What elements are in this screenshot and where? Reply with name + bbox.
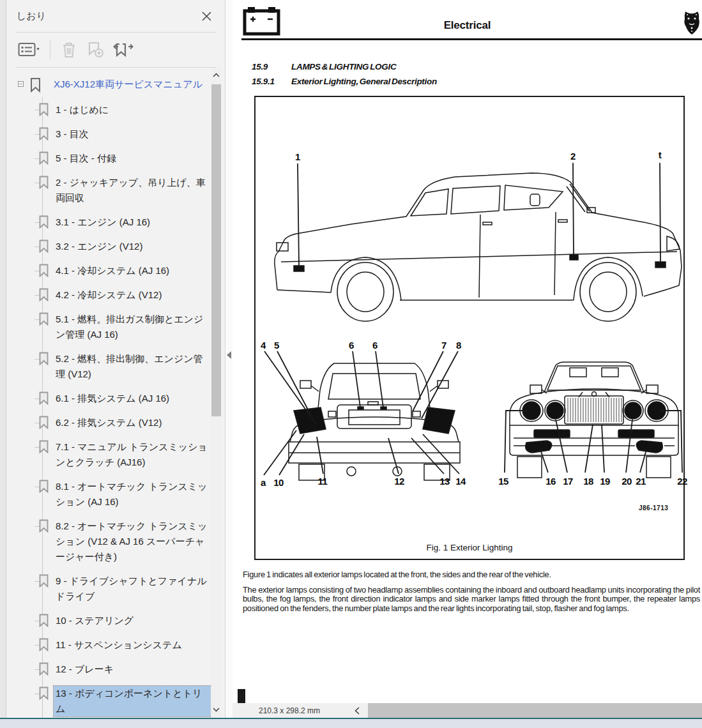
- bookmark-item[interactable]: 3 - 目次: [6, 122, 210, 146]
- bookmark-item[interactable]: 5 - 目次 - 付録: [6, 146, 210, 171]
- callout-label: 4: [261, 340, 266, 351]
- chevron-up-icon[interactable]: [211, 69, 222, 80]
- bookmark-icon: [38, 151, 49, 165]
- bookmark-item[interactable]: 6.1 - 排気システム (AJ 16): [6, 386, 210, 411]
- bookmark-item[interactable]: 2 - ジャッキアップ、吊り上げ、車両回収: [6, 171, 210, 210]
- bookmark-icon: [38, 215, 49, 229]
- bookmark-item-label: 5.2 - 燃料、排出制御、エンジン管理 (V12): [56, 351, 210, 382]
- subsection-title: Exterior Lighting, General Description: [291, 74, 437, 89]
- chevron-left-icon[interactable]: [346, 703, 368, 718]
- page-fragment-black-block: [238, 689, 245, 703]
- window-bottom-strip: [0, 718, 702, 728]
- bookmark-item-label: 5 - 目次 - 付録: [56, 151, 116, 166]
- bookmark-icon: [38, 127, 49, 140]
- panel-collapse-icon[interactable]: [226, 350, 233, 360]
- bookmark-icon: [38, 686, 49, 700]
- callout-label: 1: [295, 151, 300, 162]
- callout-label: 2: [570, 151, 576, 162]
- callout-label: 17: [563, 476, 573, 487]
- callout-label: 20: [622, 476, 632, 487]
- callout-label: 8: [456, 340, 461, 351]
- bookmark-item[interactable]: 10 - ステアリング: [6, 609, 210, 633]
- callout-label: 18: [583, 476, 593, 487]
- bookmark-item-label: 3 - 目次: [56, 126, 89, 142]
- collapse-expander-icon[interactable]: [18, 81, 24, 87]
- bookmark-item[interactable]: 3.2 - エンジン (V12): [6, 234, 210, 259]
- bookmarks-toolbar: [6, 33, 225, 67]
- bookmark-item-label: 5.1 - 燃料。排出ガス制御とエンジン管理 (AJ 16): [56, 312, 210, 342]
- add-bookmark-icon: [86, 41, 104, 59]
- bookmark-item[interactable]: 7.1 - マニュアル トランスミッションとクラッチ (AJ16): [6, 435, 210, 474]
- bookmark-item-label: 3.1 - エンジン (AJ 16): [56, 215, 150, 230]
- bookmark-root-label: XJ6-XJ12車両サービスマニュアル: [48, 77, 202, 92]
- bookmark-item-label: 8.2 - オートマチック トランスミッション (V12 & AJ 16 スーパ…: [56, 519, 210, 565]
- bookmarks-panel-title: しおり: [17, 10, 46, 22]
- front-view-drawing: [505, 362, 682, 478]
- bookmark-item-label: 13 - ボディコンポーネントとトリム: [54, 686, 211, 717]
- bookmark-icon: [38, 103, 49, 116]
- bookmark-item[interactable]: 13 - ボディコンポーネントとトリム: [6, 681, 210, 718]
- bookmark-item[interactable]: 8.2 - オートマチック トランスミッション (V12 & AJ 16 スーパ…: [6, 514, 210, 569]
- bookmark-item-label: 11 - サスペンションシステム: [56, 637, 182, 653]
- expand-bookmark-arrows-icon[interactable]: [113, 41, 134, 59]
- bookmark-icon: [38, 519, 49, 533]
- bookmark-list: XJ6-XJ12車両サービスマニュアル 1 - はじめに 3 - 目次 5 - …: [6, 72, 210, 718]
- callout-label: t: [659, 149, 662, 160]
- close-icon[interactable]: [199, 9, 213, 23]
- bookmark-item[interactable]: 5.2 - 燃料、排出制御、エンジン管理 (V12): [6, 347, 210, 386]
- bookmark-item[interactable]: 6.2 - 排気システム (V12): [6, 411, 210, 435]
- chevron-down-icon[interactable]: [211, 704, 222, 715]
- bookmark-item[interactable]: 12 - ブレーキ: [6, 657, 210, 681]
- callout-label: 22: [677, 476, 687, 487]
- callout-label: 13: [439, 476, 450, 487]
- bookmark-options-icon[interactable]: [18, 42, 40, 57]
- bookmark-item[interactable]: 11 - サスペンションシステム: [6, 633, 210, 657]
- bookmark-item-label: 8.1 - オートマチック トランスミッション (AJ 16): [56, 479, 210, 510]
- bookmark-item-label: 4.2 - 冷却システム (V12): [56, 287, 162, 303]
- sidebar-scrollbar[interactable]: [211, 68, 222, 718]
- statusbar: 210.3 x 298.2 mm: [233, 703, 702, 718]
- bookmark-icon: [38, 288, 49, 301]
- document-pane: Electrical 15.9: [233, 0, 702, 718]
- bookmark-item[interactable]: 5.1 - 燃料。排出ガス制御とエンジン管理 (AJ 16): [6, 307, 210, 347]
- bookmark-icon: [38, 480, 49, 493]
- page-size-indicator: 210.3 x 298.2 mm: [233, 703, 346, 718]
- section-title: LAMPS & LIGHTING LOGIC: [291, 59, 396, 74]
- bookmark-item-label: 9 - ドライブシャフトとファイナルドライブ: [56, 573, 210, 604]
- bookmark-root-item[interactable]: XJ6-XJ12車両サービスマニュアル: [6, 72, 210, 98]
- callout-label: 12: [394, 476, 404, 487]
- bookmark-icon: [29, 77, 42, 93]
- bookmark-item-label: 10 - ステアリング: [56, 613, 134, 628]
- callout-label: 11: [318, 476, 328, 487]
- bookmark-item-label: 3.2 - エンジン (V12): [56, 239, 142, 254]
- side-view-drawing: [275, 163, 682, 321]
- bookmark-item[interactable]: 3.1 - エンジン (AJ 16): [6, 210, 210, 234]
- bookmark-icon: [38, 440, 49, 453]
- section-number: 15.9: [252, 59, 291, 74]
- callout-label: 14: [455, 476, 466, 487]
- jaguar-logo-icon: [683, 9, 701, 40]
- page-title: Electrical: [233, 19, 702, 32]
- bookmark-icon: [38, 312, 49, 326]
- bookmark-item-label: 7.1 - マニュアル トランスミッションとクラッチ (AJ16): [56, 439, 210, 470]
- bookmark-item[interactable]: 4.1 - 冷却システム (AJ 16): [6, 259, 210, 283]
- bookmarks-panel: しおり: [6, 0, 225, 718]
- bookmark-icon: [38, 264, 49, 277]
- callout-label: 21: [636, 476, 646, 487]
- bookmark-item-label: 12 - ブレーキ: [56, 662, 114, 677]
- delete-bookmark-icon: [61, 41, 77, 59]
- bookmark-item[interactable]: 4.2 - 冷却システム (V12): [6, 283, 210, 307]
- bookmark-item[interactable]: 1 - はじめに: [6, 98, 210, 122]
- callout-label: 5: [274, 340, 279, 351]
- panel-divider[interactable]: [225, 0, 233, 718]
- bookmark-icon: [38, 239, 49, 253]
- bookmark-item[interactable]: 9 - ドライブシャフトとファイナルドライブ: [6, 569, 210, 609]
- bookmark-icon: [38, 614, 49, 627]
- callout-label: 6: [372, 340, 378, 351]
- scrollbar-thumb[interactable]: [211, 84, 221, 416]
- paragraph: The exterior lamps consisting of two hea…: [243, 586, 700, 614]
- bookmark-item[interactable]: 8.1 - オートマチック トランスミッション (AJ 16): [6, 474, 210, 514]
- toolbar-separator: [50, 40, 50, 59]
- horizontal-scrollbar[interactable]: [368, 703, 702, 718]
- bookmark-item-label: 4.1 - 冷却システム (AJ 16): [56, 263, 169, 278]
